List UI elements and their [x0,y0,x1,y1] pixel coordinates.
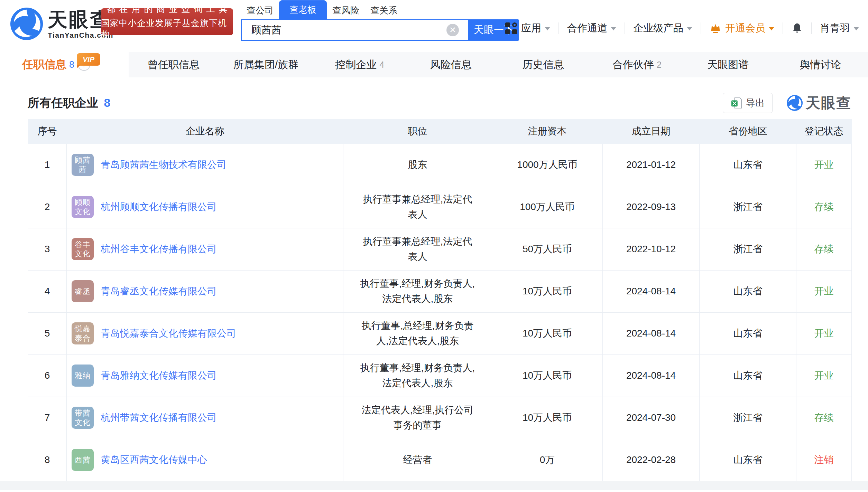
company-avatar: 悦嘉泰合 [72,322,94,344]
clear-search-icon[interactable]: ✕ [446,24,459,36]
cell-date: 2024-08-14 [603,354,700,397]
nav-apps[interactable]: 应用 [505,21,550,35]
export-label: 导出 [746,97,765,109]
export-button[interactable]: 导出 [723,93,773,113]
company-link[interactable]: 杭州谷丰文化传播有限公司 [101,242,217,257]
table-row: 8 西茜 黄岛区西茜文化传媒中心 经营者 0万 2022-02-28 山东省 注… [28,439,852,481]
cell-date: 2024-08-14 [603,270,700,312]
company-avatar: 西茜 [72,449,94,471]
nav-apps-label: 应用 [521,21,541,35]
nav-open-vip[interactable]: 开通会员 [709,21,774,35]
tab-public-opinion[interactable]: 舆情讨论 [776,52,868,77]
tab-former-positions[interactable]: 曾任职信息 [129,52,221,77]
section-title-row: 所有任职企业 8 [28,95,110,111]
company-link[interactable]: 青岛雅纳文化传媒有限公司 [101,368,217,383]
cell-index: 8 [28,439,67,481]
divider [811,22,812,34]
excel-icon [731,97,742,109]
cell-position: 执行董事兼总经理,法定代表人 [343,186,492,228]
chevron-down-icon [611,27,616,33]
cell-index: 6 [28,354,67,397]
company-link[interactable]: 黄岛区西茜文化传媒中心 [101,452,207,467]
company-link[interactable]: 杭州顾顺文化传播有限公司 [101,199,217,215]
tab-label: 风险信息 [430,58,471,72]
tab-label: 控制企业 [335,58,377,72]
divider [783,22,783,34]
cell-province: 浙江省 [700,186,796,228]
cell-date: 2021-01-12 [603,144,700,186]
col-header-province: 省份地区 [700,119,796,144]
cell-date: 2022-10-12 [603,228,700,270]
cell-position: 执行董事,经理,财务负责人,法定代表人,股东 [343,354,492,397]
top-bar: 天眼查 TianYanCha.com 都在用的商业查询工具 国家中小企业发展子基… [0,0,868,52]
user-menu[interactable]: 肖青羽 [820,21,859,35]
cell-capital: 10万人民币 [492,397,603,439]
tab-group-family[interactable]: 所属集团/族群 [221,52,313,77]
main-content: 所有任职企业 8 导出 [0,77,868,481]
company-link[interactable]: 杭州带茜文化传播有限公司 [101,410,217,425]
cell-index: 3 [28,228,67,270]
cell-status: 存续 [796,397,852,439]
tab-controlled-companies[interactable]: 控制企业4 [314,52,406,77]
cell-date: 2022-02-28 [603,439,700,481]
col-header-position: 职位 [343,119,492,144]
nav-vip-label: 开通会员 [725,21,765,35]
table-row: 6 雅纳 青岛雅纳文化传媒有限公司 执行董事,经理,财务负责人,法定代表人,股东… [28,354,852,397]
tab-history-info[interactable]: 历史信息 [498,52,591,77]
tianyancha-swirl-icon [786,95,803,111]
cell-position: 执行董事,经理,财务负责人,法定代表人,股东 [343,270,492,312]
section-count: 8 [104,96,110,109]
nav-enterprise-products[interactable]: 企业级产品 [633,21,692,35]
cell-capital: 1000万人民币 [492,144,603,186]
tab-graph[interactable]: 天眼图谱 [683,52,776,77]
user-name: 肖青羽 [820,21,850,35]
search-input[interactable] [242,25,446,36]
positions-table: 序号 企业名称 职位 注册资本 成立日期 省份地区 登记状态 1 顾茜茜 青岛顾… [28,119,852,481]
promo-banner: 都在用的商业查询工具 国家中小企业发展子基金旗下机构 [101,8,233,35]
table-row: 3 谷丰文化 杭州谷丰文化传播有限公司 执行董事兼总经理,法定代表人 50万人民… [28,228,852,270]
tab-position-info[interactable]: 任职信息 8 ? VIP [0,52,129,77]
search-tabs: 查公司 查老板 查风险 查关系 [241,2,519,19]
search-tab-boss[interactable]: 查老板 [279,0,327,19]
cell-company: 顾茜茜 青岛顾茜茜生物技术有限公司 [67,144,343,186]
tab-partners[interactable]: 合作伙伴2 [591,52,683,77]
cell-capital: 100万人民币 [492,186,603,228]
search-tab-relation[interactable]: 查关系 [365,2,403,19]
search-area: 查公司 查老板 查风险 查关系 ✕ 天眼一下 [241,2,519,41]
tab-label: 任职信息 [22,57,66,72]
divider [625,22,625,34]
top-navigation: 应用 合作通道 企业级产品 开通会员 [505,18,859,39]
cell-capital: 10万人民币 [492,270,603,312]
table-row: 4 睿丞 青岛睿丞文化传媒有限公司 执行董事,经理,财务负责人,法定代表人,股东… [28,270,852,312]
chevron-down-icon [545,27,550,33]
profile-tab-bar: 任职信息 8 ? VIP 曾任职信息 所属集团/族群 控制企业4 风险信息 历史… [0,52,868,77]
tab-label: 曾任职信息 [148,58,200,72]
bell-icon [791,22,803,35]
tab-label: 舆情讨论 [800,58,841,72]
tab-risk-info[interactable]: 风险信息 [406,52,498,77]
cell-company: 带茜文化 杭州带茜文化传播有限公司 [67,397,343,439]
cell-province: 山东省 [700,312,796,354]
nav-partner-channel[interactable]: 合作通道 [567,21,616,35]
cell-index: 4 [28,270,67,312]
company-link[interactable]: 青岛顾茜茜生物技术有限公司 [101,157,227,172]
search-tab-company[interactable]: 查公司 [241,2,279,19]
divider [701,22,701,34]
cell-status: 开业 [796,270,852,312]
cell-index: 7 [28,397,67,439]
search-tab-risk[interactable]: 查风险 [327,2,365,19]
col-header-date: 成立日期 [603,119,700,144]
cell-province: 山东省 [700,354,796,397]
cell-status: 开业 [796,312,852,354]
watermark-text: 天眼查 [806,93,851,113]
tab-label: 合作伙伴 [612,58,654,72]
cell-position: 股东 [343,144,492,186]
tianyancha-swirl-icon [10,7,44,41]
company-link[interactable]: 青岛睿丞文化传媒有限公司 [101,284,217,299]
tianyancha-logo[interactable]: 天眼查 TianYanCha.com [10,7,113,41]
notification-bell[interactable] [791,22,803,35]
company-link[interactable]: 青岛悦嘉泰合文化传媒有限公司 [101,326,236,341]
tab-label: 历史信息 [523,58,564,72]
company-avatar: 谷丰文化 [72,238,94,260]
chevron-down-icon [687,27,692,33]
